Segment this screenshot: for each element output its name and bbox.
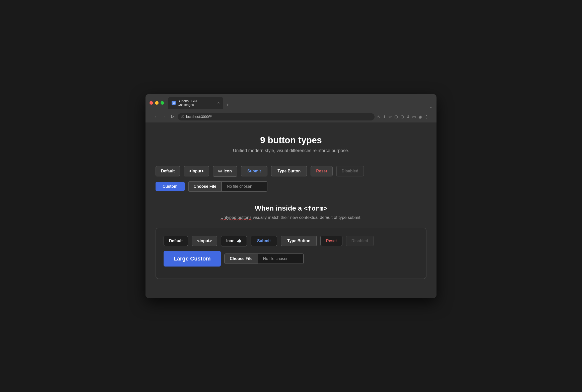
extension-icon[interactable]: ⬡ (394, 114, 398, 119)
form-no-file-chosen-label: No file chosen (258, 254, 303, 264)
menu-icon[interactable]: ⋮ (424, 114, 428, 119)
puzzle-icon[interactable]: ⬡ (400, 114, 404, 119)
no-file-chosen-label: No file chosen (222, 182, 267, 191)
form-type-button-button[interactable]: Type Button (281, 236, 317, 246)
minimize-traffic-light[interactable] (155, 101, 159, 105)
form-reset-button[interactable]: Reset (320, 236, 342, 246)
form-file-input-wrapper: Choose File No file chosen (224, 253, 304, 264)
large-custom-button[interactable]: Large Custom (164, 251, 221, 267)
form-button-row: Default <input> Icon ☁️ Submit Type Butt… (164, 236, 418, 246)
address-bar: ← → ↻ ⓘ localhost:3000/# ⎋ ⬆ ☆ ⬡ ⬡ ⬇ ▭ ◉… (150, 111, 432, 122)
page-content: 9 button types Unified modern style, vis… (145, 122, 436, 298)
tab-close-button[interactable]: ✕ (217, 101, 220, 105)
forward-button[interactable]: → (162, 114, 167, 119)
close-traffic-light[interactable] (150, 101, 153, 105)
download-icon[interactable]: ⬇ (406, 114, 410, 119)
title-bar: ⊞ Buttons | GUI Challenges ✕ + ⌄ (150, 97, 432, 109)
page-title: 9 button types (156, 135, 426, 146)
active-tab[interactable]: ⊞ Buttons | GUI Challenges ✕ (168, 97, 223, 109)
browser-actions: ⎋ ⬆ ☆ ⬡ ⬡ ⬇ ▭ ◉ ⋮ (378, 114, 428, 119)
icon-button[interactable]: ✉ Icon (213, 166, 237, 177)
page-subtitle: Unified modern style, visual differences… (156, 148, 426, 153)
untyped-buttons-text: Untyped buttons (221, 215, 252, 220)
share-icon[interactable]: ⬆ (383, 114, 386, 119)
type-button-button[interactable]: Type Button (271, 166, 307, 176)
sidebar-icon[interactable]: ▭ (412, 114, 416, 119)
form-section-title: When inside a <form> (156, 204, 426, 213)
form-default-button[interactable]: Default (164, 236, 188, 246)
form-section-subtitle: Untyped buttons visually match their new… (156, 215, 426, 220)
form-custom-file-row: Large Custom Choose File No file chosen (164, 251, 418, 267)
form-disabled-button: Disabled (346, 236, 374, 246)
form-submit-button[interactable]: Submit (251, 236, 277, 246)
secure-icon: ⓘ (181, 115, 184, 119)
tab-chevron-icon[interactable]: ⌄ (429, 105, 432, 109)
disabled-button: Disabled (336, 166, 364, 176)
url-text: localhost:3000/# (186, 115, 212, 119)
form-icon-button[interactable]: Icon ☁️ (221, 236, 247, 246)
form-icon-button-label: Icon (226, 239, 235, 243)
tab-bar: ⊞ Buttons | GUI Challenges ✕ + ⌄ (168, 97, 432, 109)
custom-button[interactable]: Custom (156, 182, 185, 191)
url-bar[interactable]: ⓘ localhost:3000/# (178, 113, 375, 120)
profile-icon[interactable]: ◉ (418, 114, 422, 119)
browser-window: ⊞ Buttons | GUI Challenges ✕ + ⌄ ← → ↻ ⓘ… (145, 94, 436, 298)
new-tab-button[interactable]: + (224, 101, 231, 109)
envelope-icon: ✉ (218, 169, 222, 174)
default-button[interactable]: Default (156, 166, 180, 176)
form-container: Default <input> Icon ☁️ Submit Type Butt… (156, 228, 426, 279)
reload-button[interactable]: ↻ (170, 114, 175, 119)
bookmark-icon[interactable]: ☆ (388, 114, 392, 119)
page-header: 9 button types Unified modern style, vis… (156, 135, 426, 153)
form-section-header: When inside a <form> Untyped buttons vis… (156, 204, 426, 220)
top-button-row: Default <input> ✉ Icon Submit Type Butto… (156, 166, 426, 177)
form-tag-code: <form> (304, 205, 327, 213)
traffic-lights (150, 101, 164, 105)
file-input-wrapper: Choose File No file chosen (188, 181, 268, 192)
tab-title: Buttons | GUI Challenges (178, 99, 213, 107)
choose-file-button[interactable]: Choose File (189, 182, 222, 191)
tab-favicon: ⊞ (172, 101, 176, 105)
back-button[interactable]: ← (154, 114, 159, 119)
maximize-traffic-light[interactable] (161, 101, 164, 105)
icon-button-label: Icon (224, 169, 232, 173)
custom-file-row: Custom Choose File No file chosen (156, 181, 426, 192)
form-subtitle-rest: visually match their new contextual defa… (252, 215, 361, 220)
cloud-icon: ☁️ (237, 239, 242, 243)
form-input-button[interactable]: <input> (192, 236, 217, 246)
external-link-icon[interactable]: ⎋ (378, 114, 380, 119)
browser-chrome: ⊞ Buttons | GUI Challenges ✕ + ⌄ ← → ↻ ⓘ… (145, 94, 436, 122)
reset-button[interactable]: Reset (311, 166, 333, 176)
submit-button[interactable]: Submit (241, 166, 267, 176)
form-choose-file-button[interactable]: Choose File (225, 254, 258, 264)
input-button[interactable]: <input> (184, 166, 209, 176)
